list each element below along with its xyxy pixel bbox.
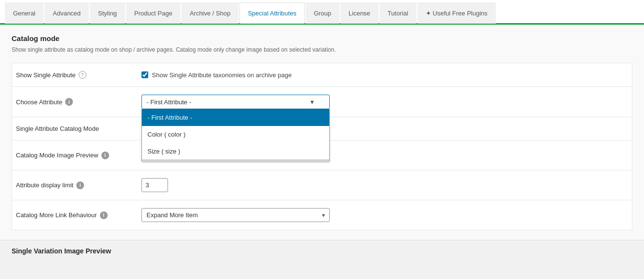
single-attribute-catalog-mode-label: Single Attribute Catalog Mode (16, 125, 99, 132)
catalog-more-link-select-wrapper: Expand More Item Link to Product ▾ (141, 208, 330, 222)
tab-special-attributes[interactable]: Special Attributes (239, 2, 304, 24)
section-description: Show single attribute as catalog mode on… (12, 46, 632, 53)
attribute-display-limit-input[interactable] (141, 178, 168, 192)
tab-tutorial[interactable]: Tutorial (379, 2, 417, 24)
tab-group[interactable]: Group (306, 2, 339, 24)
attribute-display-limit-label: Attribute display limit (16, 181, 73, 189)
tab-product-page[interactable]: Product Page (126, 2, 181, 24)
tab-archive-shop[interactable]: Archive / Shop (182, 2, 239, 24)
choose-attribute-label: Choose Attribute (16, 98, 62, 106)
catalog-more-link-behaviour-label: Catalog More Link Behaviour (16, 211, 97, 219)
info-icon-display-limit[interactable]: i (76, 181, 84, 189)
info-icon-catalog-preview[interactable]: i (101, 152, 109, 159)
dropdown-item-first[interactable]: - First Attribute - (142, 109, 329, 126)
tab-useful-free-plugins[interactable]: ✦ Useful Free Plugins (418, 2, 496, 24)
bottom-section: Single Variation Image Preview (0, 240, 644, 262)
chevron-down-icon: ▾ (310, 98, 314, 106)
bottom-section-title: Single Variation Image Preview (12, 247, 632, 255)
show-single-attribute-checkbox[interactable] (141, 71, 148, 78)
tab-styling[interactable]: Styling (90, 2, 125, 24)
tab-general[interactable]: General (5, 2, 43, 24)
info-icon-more-link[interactable]: i (100, 211, 108, 219)
choose-attribute-value: - First Attribute - (147, 98, 191, 106)
dropdown-item-size[interactable]: Size ( size ) (142, 143, 329, 160)
show-single-attribute-label: Show Single Attribute (16, 71, 76, 79)
tab-advanced[interactable]: Advanced (44, 2, 89, 24)
dropdown-item-color[interactable]: Color ( color ) (142, 126, 329, 143)
choose-attribute-trigger[interactable]: - First Attribute - ▾ (141, 95, 330, 109)
choose-attribute-dropdown[interactable]: - First Attribute - ▾ - First Attribute … (141, 95, 330, 109)
show-single-attribute-checkbox-label: Show Single Attribute taxonomies on arch… (152, 71, 292, 79)
choose-attribute-list: - First Attribute - Color ( color ) Size… (141, 109, 330, 160)
info-icon-choose[interactable]: i (65, 98, 73, 106)
tab-license[interactable]: License (340, 2, 378, 24)
catalog-more-link-select[interactable]: Expand More Item Link to Product (141, 208, 330, 222)
question-icon[interactable]: ? (79, 71, 86, 79)
section-title: Catalog mode (12, 34, 632, 42)
catalog-mode-image-preview-label: Catalog Mode Image Preview (16, 152, 98, 159)
